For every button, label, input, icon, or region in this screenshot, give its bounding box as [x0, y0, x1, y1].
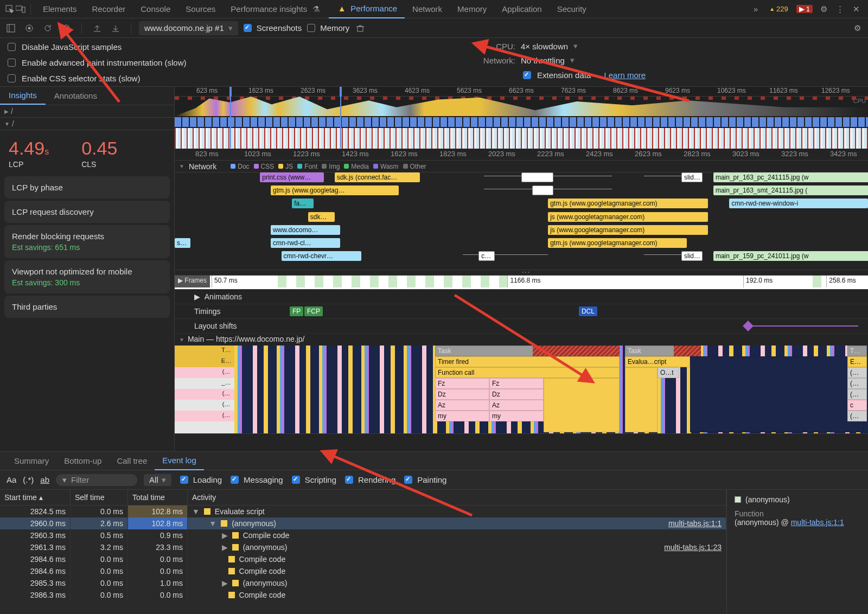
network-request[interactable]: c…: [478, 251, 494, 261]
flame-task[interactable]: T…: [847, 346, 867, 356]
tab-elements[interactable]: Elements: [35, 0, 85, 18]
settings-icon[interactable]: ⚙︎: [818, 4, 829, 15]
filter-input[interactable]: ▾Filter: [56, 474, 137, 486]
cpu-throttle[interactable]: CPU:4× slowdown▾: [467, 41, 857, 51]
css-stats-checkbox[interactable]: [8, 74, 16, 82]
tab-perf-insights[interactable]: Performance insights⚗︎: [223, 0, 329, 18]
tab-memory[interactable]: Memory: [450, 0, 494, 18]
tab-network[interactable]: Network: [405, 0, 450, 18]
disable-js-checkbox[interactable]: [8, 43, 16, 51]
tab-security[interactable]: Security: [550, 0, 594, 18]
network-throttle[interactable]: Network:No throttling▾: [467, 55, 857, 65]
network-request[interactable]: gtm.js (www.googletag…: [271, 186, 399, 195]
drawer-tab-event-log[interactable]: Event log: [155, 452, 204, 470]
flame-block[interactable]: Dz: [435, 389, 489, 400]
network-request[interactable]: www.docomo…: [271, 225, 340, 235]
source-link[interactable]: multi-tabs.js:1:23: [664, 543, 722, 552]
insight-card[interactable]: Render blocking requestsEst savings: 651…: [4, 225, 170, 258]
network-request[interactable]: sdk.js (connect.fac…: [335, 172, 420, 182]
flame-block[interactable]: Fz: [435, 378, 489, 389]
network-request[interactable]: print.css (www…: [260, 172, 324, 182]
category-select[interactable]: All▾: [144, 474, 171, 486]
whole-word-toggle[interactable]: ab: [40, 475, 49, 484]
col-total-time[interactable]: Total time: [128, 490, 188, 505]
flame-block[interactable]: (…: [847, 389, 867, 400]
adv-paint-checkbox[interactable]: [8, 59, 16, 67]
network-request[interactable]: main_pr_159_pc_241011.jpg (w: [713, 251, 868, 261]
flame-task[interactable]: Task: [625, 346, 701, 356]
flame-block[interactable]: Fz: [489, 378, 544, 389]
event-log-row[interactable]: 2984.6 ms0.0 ms0.0 ms Compile code: [0, 553, 726, 565]
errors-badge[interactable]: ▶ 1: [796, 5, 813, 13]
flame-block[interactable]: c: [847, 400, 867, 411]
gc-icon[interactable]: [353, 21, 368, 36]
event-log-row[interactable]: 2961.3 ms3.2 ms23.3 ms ▶(anonymous)multi…: [0, 541, 726, 553]
network-request[interactable]: js (www.googletagmanager.com): [548, 225, 708, 235]
memory-toggle[interactable]: Memory: [305, 22, 349, 34]
cat-messaging[interactable]: Messaging: [228, 474, 283, 485]
tab-console[interactable]: Console: [133, 0, 178, 18]
case-match-toggle[interactable]: Aa: [7, 475, 16, 484]
drawer-tab-call-tree[interactable]: Call tree: [109, 452, 155, 470]
event-log-row[interactable]: 2984.6 ms0.0 ms0.0 ms Compile code: [0, 565, 726, 577]
adv-paint-toggle[interactable]: Enable advanced paint instrumentation (s…: [5, 57, 467, 68]
flame-block[interactable]: Evalua…cript: [625, 356, 690, 367]
kebab-icon[interactable]: ⋮: [834, 4, 845, 15]
record-icon[interactable]: [22, 21, 37, 36]
network-request[interactable]: cmn-rwd-new-window-i: [729, 199, 868, 208]
tab-application[interactable]: Application: [494, 0, 549, 18]
metric-lcp[interactable]: 4.49s LCP: [9, 138, 49, 169]
target-select[interactable]: www.docomo.ne.jp #1 ▾: [139, 21, 238, 35]
main-lane-header[interactable]: Main — https://www.docomo.ne.jp/: [175, 334, 868, 346]
screenshots-checkbox[interactable]: [244, 24, 252, 32]
tab-recorder[interactable]: Recorder: [85, 0, 133, 18]
reload-record-icon[interactable]: [40, 21, 55, 36]
insight-card[interactable]: LCP by phase: [4, 176, 170, 199]
screenshots-toggle[interactable]: Screenshots: [241, 22, 302, 34]
warnings-badge[interactable]: 229: [767, 5, 791, 13]
ext-data-checkbox[interactable]: [523, 71, 531, 79]
insight-card[interactable]: Third parties: [4, 296, 170, 318]
network-request[interactable]: gtm.js (www.googletagmanager.com): [548, 199, 708, 208]
sidebar-tab-insights[interactable]: Insights: [0, 87, 46, 105]
network-request[interactable]: js (www.googletagmanager.com): [548, 212, 708, 222]
flame-block[interactable]: Dz: [489, 389, 544, 400]
detail-source-link[interactable]: multi-tabs.js:1:1: [791, 518, 844, 527]
flame-block[interactable]: O…t: [658, 367, 679, 378]
flame-block[interactable]: E…: [847, 356, 867, 367]
metric-cls[interactable]: 0.45 CLS: [81, 138, 117, 169]
network-request[interactable]: slid…: [681, 172, 703, 182]
event-log-row[interactable]: 2986.3 ms0.0 ms0.0 ms Compile code: [0, 589, 726, 601]
network-request[interactable]: sdk…: [308, 212, 335, 222]
ext-data-toggle[interactable]: Extension data: [521, 69, 591, 81]
main-flame-chart[interactable]: Main — https://www.docomo.ne.jp/ T…E…(…_…: [175, 334, 868, 434]
fp-marker[interactable]: FP: [290, 306, 303, 316]
breadcrumb-collapsed[interactable]: /: [0, 105, 174, 118]
network-request[interactable]: cmn-rwd-cl…: [271, 238, 340, 248]
dcl-marker[interactable]: DCL: [579, 306, 597, 316]
network-request[interactable]: [532, 186, 553, 195]
sidebar-tab-annotations[interactable]: Annotations: [46, 87, 106, 105]
network-request[interactable]: slid…: [681, 251, 703, 261]
event-log-row[interactable]: 2824.5 ms0.0 ms102.8 ms ▼Evaluate script: [0, 506, 726, 517]
tab-performance[interactable]: ▲Performance: [329, 0, 405, 18]
event-log-row[interactable]: 2960.0 ms2.6 ms102.8 ms ▼(anonymous)mult…: [0, 517, 726, 529]
frames-lane[interactable]: ▶ Frames 50.7 ms 1166.8 ms 192.0 ms 258.…: [175, 276, 868, 290]
col-activity[interactable]: Activity: [188, 490, 726, 505]
network-lane[interactable]: print.css (www…sdk.js (connect.fac…slid……: [175, 172, 868, 270]
cat-scripting[interactable]: Scripting: [290, 474, 336, 485]
flame-block[interactable]: Az: [489, 400, 544, 411]
event-log-row[interactable]: 2985.3 ms0.0 ms1.0 ms ▶(anonymous): [0, 577, 726, 589]
dock-icon[interactable]: [3, 21, 18, 36]
inspect-icon[interactable]: [4, 4, 15, 15]
col-start-time[interactable]: Start time ▴: [0, 490, 71, 505]
network-request[interactable]: main_pr_163_pc_241115.jpg (w: [713, 172, 868, 182]
network-request[interactable]: s…: [175, 238, 190, 248]
flame-block[interactable]: Function call: [435, 367, 620, 378]
layout-shifts-lane[interactable]: Layout shifts: [175, 319, 868, 334]
timings-lane[interactable]: Timings FP FCP DCL: [175, 304, 868, 319]
network-request[interactable]: [521, 172, 553, 182]
device-icon[interactable]: [15, 4, 26, 15]
cat-rendering[interactable]: Rendering: [343, 474, 395, 485]
flame-block[interactable]: (…: [847, 411, 867, 421]
